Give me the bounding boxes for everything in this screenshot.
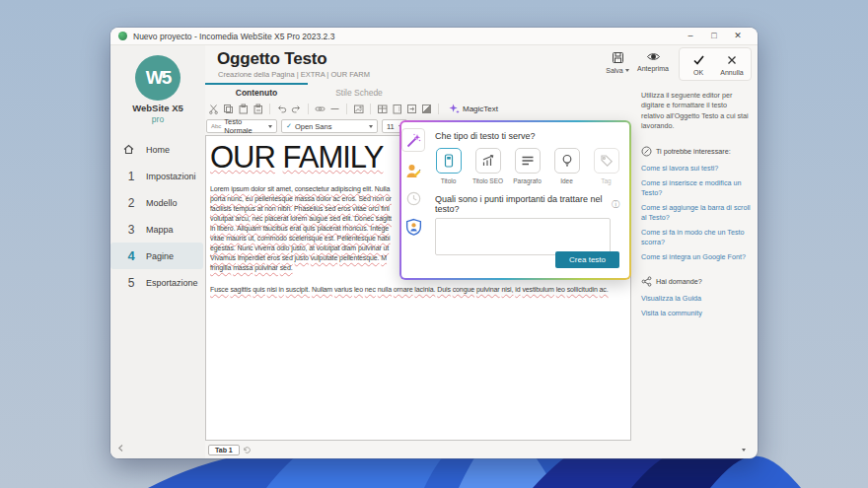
help-link[interactable]: Come si fa in modo che un Testo scorra? bbox=[641, 228, 752, 246]
eye-icon bbox=[646, 51, 661, 62]
cancel-button[interactable]: Annulla bbox=[715, 50, 749, 76]
shield-user-icon[interactable] bbox=[404, 218, 423, 237]
link-icon[interactable] bbox=[315, 104, 326, 114]
sidebar-item-esportazione[interactable]: 5 Esportazione bbox=[110, 269, 205, 296]
popup-question-type: Che tipo di testo ti serve? bbox=[435, 131, 619, 141]
rename-tab-icon[interactable] bbox=[243, 446, 252, 454]
undo-icon[interactable] bbox=[276, 104, 287, 114]
copy-icon[interactable] bbox=[223, 104, 234, 114]
titolo-icon bbox=[436, 148, 462, 174]
left-sidebar: W5 WebSite X5 pro Home 1 Impostazioni bbox=[110, 45, 205, 458]
sheet-tab-1[interactable]: Tab 1 bbox=[208, 445, 240, 455]
writer-person-icon[interactable] bbox=[404, 163, 422, 179]
preview-button[interactable]: Anteprima bbox=[635, 47, 671, 72]
home-icon bbox=[122, 143, 140, 156]
confirm-panel: OK Annulla bbox=[679, 47, 752, 81]
popup-mode-strip bbox=[401, 122, 425, 278]
paragraph-style-dropdown[interactable]: Abc Testo Normale bbox=[206, 119, 277, 133]
image-icon[interactable] bbox=[353, 104, 364, 114]
tag-icon bbox=[594, 148, 619, 174]
save-button[interactable]: Salva bbox=[600, 47, 635, 74]
popup-question-points: Quali sono i punti importanti da trattar… bbox=[435, 194, 612, 214]
magictext-button[interactable]: MagicText bbox=[449, 104, 498, 114]
separator-line-icon[interactable] bbox=[329, 104, 340, 114]
title-bar[interactable]: Nuevo proyecto - Incomedia WebSite X5 Pr… bbox=[110, 28, 758, 45]
help-link[interactable]: Come si integra un Google Font? bbox=[641, 252, 752, 262]
header: Oggetto Testo Creazione della Pagina | E… bbox=[205, 45, 758, 83]
help-link[interactable]: Come si lavora sui testi? bbox=[641, 164, 752, 174]
tab-contenuto[interactable]: Contenuto bbox=[205, 83, 308, 100]
paste-icon[interactable] bbox=[238, 104, 249, 114]
fit-content-icon[interactable] bbox=[406, 104, 417, 114]
redo-icon[interactable] bbox=[291, 104, 302, 114]
cut-icon[interactable] bbox=[208, 104, 219, 114]
ok-button[interactable]: OK bbox=[682, 50, 715, 76]
table-icon[interactable] bbox=[377, 104, 388, 114]
sheet-tab-strip: Tab 1 bbox=[205, 443, 754, 456]
dropdown-arrow-icon bbox=[369, 125, 373, 128]
save-icon bbox=[612, 51, 624, 64]
option-titolo[interactable]: Titolo bbox=[435, 148, 462, 184]
scrollbar-icon[interactable] bbox=[392, 104, 402, 114]
help-link-community[interactable]: Visita la community bbox=[641, 309, 752, 318]
option-idee[interactable]: Idee bbox=[553, 148, 580, 184]
website-x5-logo: W5 bbox=[135, 55, 181, 101]
option-paragrafo[interactable]: Paragrafo bbox=[514, 148, 541, 184]
magic-wand-icon[interactable] bbox=[401, 128, 425, 152]
desktop-background: Nuevo proyecto - Incomedia WebSite X5 Pr… bbox=[0, 0, 868, 488]
help-link[interactable]: Come si aggiunge la barra di scroll al T… bbox=[641, 203, 752, 222]
check-icon bbox=[692, 54, 705, 66]
window-title: Nuevo proyecto - Incomedia WebSite X5 Pr… bbox=[133, 32, 679, 41]
magictext-popup: Che tipo di testo ti serve? Titolo bbox=[399, 120, 631, 280]
maximize-button[interactable]: □ bbox=[702, 28, 726, 44]
sidebar-item-pagine[interactable]: 4 Pagine bbox=[110, 243, 203, 269]
history-clock-icon[interactable] bbox=[405, 190, 422, 207]
paste-special-icon[interactable] bbox=[253, 104, 263, 114]
help-link-guide[interactable]: Visualizza la Guida bbox=[641, 294, 752, 304]
sidebar-item-impostazioni[interactable]: 1 Impostazioni bbox=[110, 163, 205, 189]
lightbulb-icon bbox=[554, 148, 580, 174]
breadcrumb: Creazione della Pagina | EXTRA | OUR FAR… bbox=[218, 70, 370, 79]
seo-chart-icon bbox=[475, 148, 501, 174]
sidebar-item-modello[interactable]: 2 Modello bbox=[110, 189, 205, 216]
info-icon[interactable]: ⓘ bbox=[612, 199, 619, 210]
option-tag: Tag bbox=[593, 148, 619, 184]
help-intro: Utilizza il seguente editor per digitare… bbox=[641, 91, 752, 132]
back-chevron-icon[interactable] bbox=[116, 444, 125, 453]
editor-toolbar: MagicText bbox=[208, 102, 498, 116]
minimize-button[interactable]: – bbox=[679, 28, 702, 44]
app-icon bbox=[118, 32, 127, 40]
option-titolo-seo[interactable]: Titolo SEO bbox=[474, 148, 501, 184]
font-family-dropdown[interactable]: ✓ Open Sans bbox=[281, 119, 378, 133]
help-link[interactable]: Come si inserisce e modifica un Testo? bbox=[641, 178, 752, 197]
share-icon bbox=[641, 276, 652, 287]
tab-options-arrow-icon[interactable] bbox=[742, 449, 746, 452]
sidebar-item-home[interactable]: Home bbox=[110, 136, 205, 163]
questions-header: Hai domande? bbox=[641, 276, 752, 287]
close-button[interactable]: ✕ bbox=[726, 28, 750, 44]
cancel-x-icon bbox=[726, 54, 738, 66]
page-title: Oggetto Testo bbox=[217, 49, 326, 69]
sparkle-icon bbox=[449, 104, 460, 114]
document-paragraph-2: Fusce sagittis quis nisi in suscipit. Nu… bbox=[210, 285, 630, 295]
brand-name: WebSite X5 bbox=[110, 103, 205, 113]
help-panel: Utilizza il seguente editor per digitare… bbox=[641, 91, 752, 323]
interest-header: Ti potrebbe interessare: bbox=[641, 146, 752, 157]
contrast-icon[interactable] bbox=[421, 104, 432, 114]
sidebar-item-mappa[interactable]: 3 Mappa bbox=[110, 216, 205, 243]
save-dropdown-arrow-icon bbox=[625, 69, 629, 72]
paragraph-lines-icon bbox=[515, 148, 541, 174]
pencil-circle-icon bbox=[641, 146, 652, 157]
create-text-button[interactable]: Crea testo bbox=[555, 251, 619, 268]
brand-tier: pro bbox=[110, 114, 205, 124]
tab-stile-schede[interactable]: Stile Schede bbox=[308, 83, 410, 100]
dropdown-arrow-icon bbox=[268, 125, 272, 128]
points-textarea[interactable] bbox=[435, 218, 611, 255]
app-window: Nuevo proyecto - Incomedia WebSite X5 Pr… bbox=[110, 28, 758, 458]
